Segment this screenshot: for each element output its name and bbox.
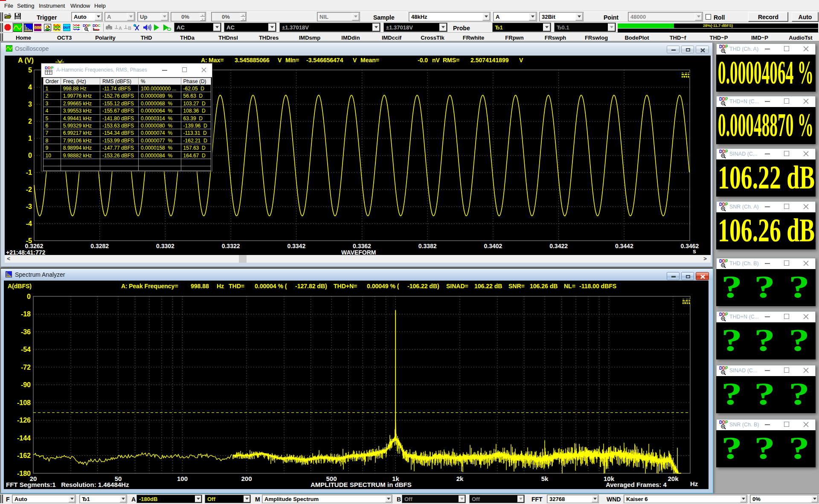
svg-text:?: ? [789, 269, 810, 304]
svg-text:?: ? [754, 377, 775, 411]
svg-text:?: ? [789, 323, 810, 358]
svg-text:?: ? [754, 323, 775, 358]
svg-text:?: ? [721, 377, 742, 411]
svg-text:P: P [725, 97, 728, 101]
svg-text:?: ? [721, 431, 742, 466]
svg-text:?: ? [754, 269, 775, 304]
svg-text:C: C [98, 23, 100, 28]
svg-text:A: A [119, 26, 122, 31]
svg-text:106.26 dB: 106.26 dB [718, 212, 815, 249]
svg-text:P: P [51, 66, 54, 70]
svg-text:P: P [725, 366, 728, 371]
svg-text:0.00004064 %: 0.00004064 % [718, 55, 813, 91]
svg-text:?: ? [789, 377, 810, 411]
svg-text:?: ? [721, 323, 742, 358]
svg-text:?: ? [754, 431, 775, 466]
svg-text:P: P [725, 202, 728, 207]
svg-text:P: P [88, 23, 90, 28]
svg-text:P: P [725, 420, 728, 425]
svg-text:106.22 dB: 106.22 dB [718, 159, 815, 196]
svg-text:P: P [725, 149, 728, 154]
svg-text:D: D [45, 66, 48, 70]
svg-text:P: P [725, 44, 728, 49]
svg-text:P: P [725, 259, 728, 264]
svg-text:P: P [725, 312, 728, 317]
svg-text:D: D [48, 66, 51, 70]
svg-text:?: ? [721, 269, 742, 304]
svg-text:?: ? [789, 431, 810, 466]
svg-text:B: B [128, 26, 131, 31]
svg-text:0.00048870 %: 0.00048870 % [718, 107, 813, 143]
